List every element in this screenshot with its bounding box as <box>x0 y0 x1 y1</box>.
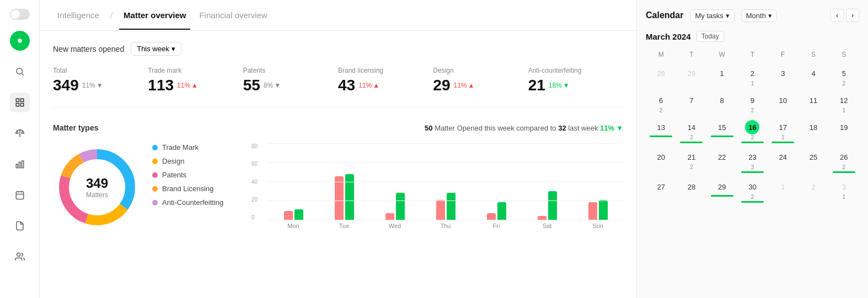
sidebar-item-users[interactable] <box>10 247 30 267</box>
day-number: 3 <box>837 180 851 194</box>
stats-row: Total 349 11% ▼ Trade mark 113 11% ▲ <box>53 67 623 108</box>
cal-day-22[interactable]: 22 <box>707 147 737 176</box>
my-tasks-btn[interactable]: My tasks ▾ <box>690 9 734 22</box>
stat-anti-value: 21 <box>528 77 545 94</box>
bar-group-sat <box>522 191 572 220</box>
cal-day-29[interactable]: 29 <box>676 63 706 90</box>
day-number: 15 <box>715 120 729 134</box>
cal-day-10[interactable]: 10 <box>768 90 798 117</box>
legend-patents-label: Patents <box>162 171 186 179</box>
cal-day-2[interactable]: 21 <box>737 63 768 90</box>
sidebar-item-calendar-nav[interactable] <box>10 185 30 205</box>
cal-day-21[interactable]: 212 <box>676 147 706 176</box>
bar-wed-red <box>385 213 394 220</box>
svg-point-0 <box>18 39 22 43</box>
cal-day-16[interactable]: 162 <box>737 117 768 147</box>
weekday-m: M <box>646 48 676 61</box>
cal-day-28[interactable]: 28 <box>646 63 676 90</box>
sidebar-item-grid[interactable] <box>10 93 30 112</box>
cal-day-24[interactable]: 24 <box>768 147 798 176</box>
this-week-filter[interactable]: This week ▾ <box>131 42 181 56</box>
day-number: 3 <box>776 66 790 80</box>
stat-total: Total 349 11% ▼ <box>53 67 148 94</box>
cal-day-23[interactable]: 233 <box>737 147 768 176</box>
month-btn[interactable]: Month ▾ <box>741 9 777 22</box>
legend-design-dot <box>152 159 158 164</box>
svg-point-14 <box>17 253 20 256</box>
cal-prev-btn[interactable]: ‹ <box>831 9 844 22</box>
cal-day-7[interactable]: 7 <box>676 90 706 117</box>
bar-label-mon: Mon <box>268 223 319 229</box>
matter-opened-info: 50 Matter Opened this week compared to 3… <box>425 124 623 132</box>
cal-day-14[interactable]: 142 <box>676 117 706 147</box>
arrow-down-gray-icon-2: ▼ <box>274 82 281 89</box>
day-number: 1 <box>715 66 729 80</box>
bar-tue-red <box>335 176 344 220</box>
arrow-up-red-icon-3: ▲ <box>468 82 475 89</box>
day-number: 6 <box>654 93 668 107</box>
cal-day-29[interactable]: 29 <box>707 176 737 206</box>
cal-day-2[interactable]: 2 <box>798 176 828 206</box>
sidebar-item-chart[interactable] <box>10 154 30 174</box>
cal-day-27[interactable]: 27 <box>646 176 676 206</box>
cal-day-26[interactable]: 262 <box>829 147 859 176</box>
sidebar-item-scale[interactable] <box>10 123 30 143</box>
day-number: 24 <box>776 150 790 164</box>
cal-day-12[interactable]: 121 <box>829 90 859 117</box>
bar-mon-red <box>284 211 293 220</box>
day-indicator <box>741 142 764 143</box>
cal-day-6[interactable]: 62 <box>646 90 676 117</box>
day-badge: 2 <box>690 164 693 170</box>
day-number: 21 <box>684 150 699 164</box>
stats-header: New matters opened This week ▾ <box>53 42 623 56</box>
y-label-20: 20 <box>251 197 258 203</box>
matter-types-header: Matter types 50 Matter Opened this week … <box>53 123 623 132</box>
cal-today-btn[interactable]: Today <box>696 31 724 42</box>
cal-day-20[interactable]: 20 <box>646 147 676 176</box>
legend-brand-label: Brand Licensing <box>162 185 213 193</box>
cal-day-19[interactable]: 19 <box>829 117 859 147</box>
cal-day-1[interactable]: 1 <box>707 63 737 90</box>
nav-financial-overview[interactable]: Financial overview <box>195 2 271 30</box>
cal-day-9[interactable]: 92 <box>737 90 768 117</box>
y-label-40: 40 <box>251 179 258 185</box>
cal-day-5[interactable]: 52 <box>829 63 859 90</box>
sidebar-item-document[interactable] <box>10 216 30 236</box>
day-badge: 2 <box>843 80 846 86</box>
new-matters-label: New matters opened <box>53 45 124 53</box>
weekday-s2: S <box>829 48 859 61</box>
day-number: 4 <box>806 66 821 80</box>
cal-day-25[interactable]: 25 <box>798 147 828 176</box>
cal-day-8[interactable]: 8 <box>707 90 737 117</box>
cal-weekdays: M T W T F S S <box>646 48 859 61</box>
svg-rect-5 <box>16 104 19 106</box>
bar-label-sat: Sat <box>522 223 572 229</box>
cal-day-3[interactable]: 3 <box>768 63 798 90</box>
y-label-80: 80 <box>251 143 258 149</box>
cal-day-18[interactable]: 18 <box>798 117 828 147</box>
stat-anti-label: Anti-counterfeiting <box>528 67 614 74</box>
cal-day-1[interactable]: 1 <box>768 176 798 206</box>
cal-next-btn[interactable]: › <box>846 9 859 22</box>
app-toggle[interactable] <box>10 9 30 20</box>
matter-types-body: 349 Matters Trade Mark Design <box>53 143 623 231</box>
sidebar-item-search[interactable] <box>10 62 30 82</box>
cal-day-11[interactable]: 11 <box>798 90 828 117</box>
nav-intelligence[interactable]: Intelligence <box>53 2 104 30</box>
donut-center: 349 Matters <box>86 176 108 199</box>
main-content: Intelligence / Matter overview Financial… <box>40 0 636 298</box>
sidebar-item-intelligence[interactable] <box>10 31 30 51</box>
cal-day-4[interactable]: 4 <box>798 63 828 90</box>
cal-day-28[interactable]: 28 <box>676 176 706 206</box>
svg-rect-3 <box>16 99 19 101</box>
cal-day-15[interactable]: 15 <box>707 117 737 147</box>
bar-fri-green <box>497 202 506 220</box>
nav-matter-overview[interactable]: Matter overview <box>119 2 190 30</box>
bar-group-mon <box>268 209 319 220</box>
cal-day-30[interactable]: 302 <box>737 176 768 206</box>
bar-label-thu: Thu <box>420 223 471 229</box>
opened-last-week-count: 32 <box>558 124 566 132</box>
cal-day-3[interactable]: 31 <box>829 176 859 206</box>
cal-day-17[interactable]: 171 <box>768 117 798 147</box>
cal-day-13[interactable]: 13 <box>646 117 676 147</box>
